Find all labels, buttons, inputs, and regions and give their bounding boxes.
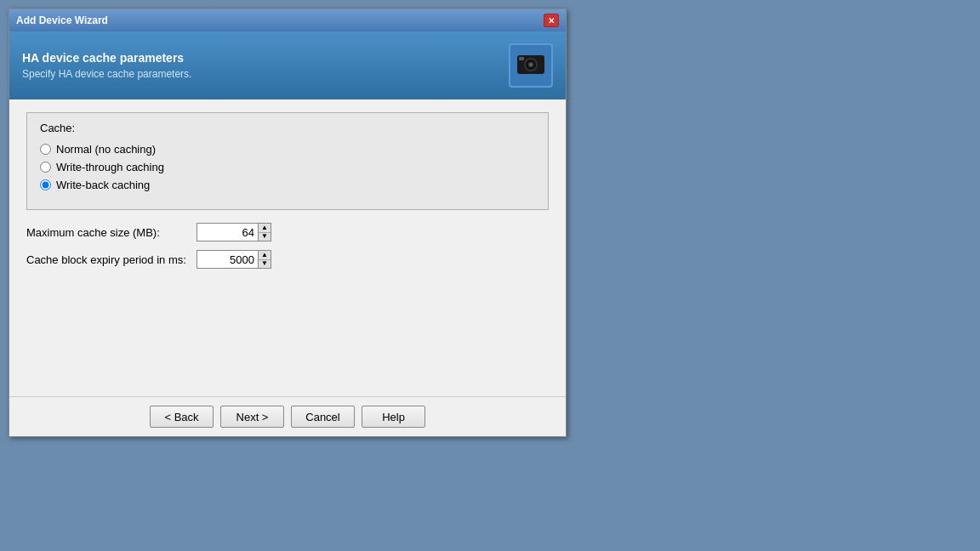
max-cache-size-up-button[interactable]: ▲: [259, 224, 271, 233]
cache-block-expiry-spinner[interactable]: ▲ ▼: [197, 250, 271, 269]
camera-icon: [516, 49, 546, 82]
title-controls: ✕: [544, 14, 559, 27]
radio-write-back-input[interactable]: [40, 179, 51, 190]
cache-block-expiry-up-button[interactable]: ▲: [259, 251, 271, 260]
svg-point-4: [530, 63, 533, 65]
next-button[interactable]: Next >: [220, 406, 284, 428]
cache-block-expiry-down-button[interactable]: ▼: [259, 260, 271, 269]
cache-group-label: Cache:: [40, 122, 535, 134]
cancel-button[interactable]: Cancel: [291, 406, 355, 428]
cache-group-box: Cache: Normal (no caching) Write-through…: [26, 112, 549, 210]
radio-no-caching-input[interactable]: [40, 144, 51, 155]
header-subtitle: Specify HA device cache parameters.: [22, 68, 191, 80]
help-button[interactable]: Help: [362, 406, 425, 428]
content-area: Cache: Normal (no caching) Write-through…: [9, 99, 566, 397]
back-button[interactable]: < Back: [150, 406, 214, 428]
cache-block-expiry-row: Cache block expiry period in ms: ▲ ▼: [26, 250, 549, 269]
wizard-window: Add Device Wizard ✕ HA device cache para…: [9, 9, 567, 437]
title-bar: Add Device Wizard ✕: [9, 9, 566, 31]
radio-write-through-label[interactable]: Write-through caching: [56, 161, 164, 173]
wizard-header: HA device cache parameters Specify HA de…: [9, 31, 566, 99]
radio-write-back[interactable]: Write-back caching: [40, 179, 535, 191]
max-cache-size-spinner[interactable]: ▲ ▼: [197, 223, 271, 241]
max-cache-size-label: Maximum cache size (MB):: [26, 226, 197, 239]
svg-rect-5: [519, 57, 524, 60]
radio-write-through-input[interactable]: [40, 162, 51, 173]
max-cache-size-row: Maximum cache size (MB): ▲ ▼: [26, 223, 549, 241]
cache-block-expiry-input[interactable]: [197, 250, 258, 269]
window-title: Add Device Wizard: [16, 14, 108, 26]
wizard-footer: < Back Next > Cancel Help: [9, 397, 566, 436]
header-text: HA device cache parameters Specify HA de…: [22, 51, 191, 80]
max-cache-size-down-button[interactable]: ▼: [259, 233, 271, 241]
max-cache-size-spinner-buttons: ▲ ▼: [258, 223, 271, 241]
cache-block-expiry-label: Cache block expiry period in ms:: [26, 253, 197, 266]
radio-write-through[interactable]: Write-through caching: [40, 161, 535, 173]
radio-no-caching[interactable]: Normal (no caching): [40, 143, 535, 156]
cache-block-expiry-spinner-buttons: ▲ ▼: [258, 250, 271, 269]
radio-write-back-label[interactable]: Write-back caching: [56, 179, 150, 191]
close-button[interactable]: ✕: [544, 14, 559, 27]
max-cache-size-input[interactable]: [197, 223, 258, 241]
radio-no-caching-label[interactable]: Normal (no caching): [56, 143, 156, 156]
header-title: HA device cache parameters: [22, 51, 191, 65]
header-icon-container: [509, 43, 553, 88]
